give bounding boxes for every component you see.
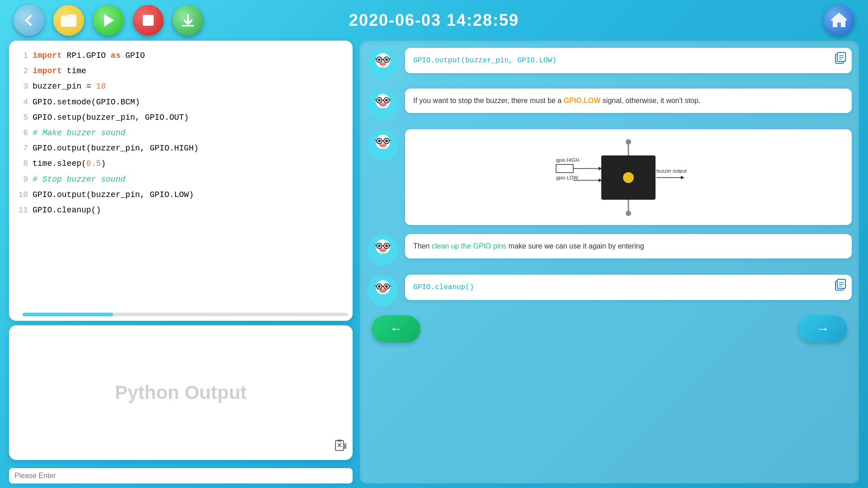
back-button[interactable] <box>14 5 44 36</box>
toolbar-left <box>14 5 203 36</box>
highlight-cleanup: clean up the GPIO pins <box>432 242 506 250</box>
nav-buttons: ← → <box>367 315 852 343</box>
code-line-3: 3 buzzer_pin = 18 <box>16 79 345 94</box>
main-content: 1 import RPi.GPIO as GPIO 2 import time … <box>0 41 868 488</box>
svg-rect-20 <box>837 52 845 61</box>
chat-message-3: gpio HIGH gpio LOW buzzer output <box>367 129 852 225</box>
svg-point-31 <box>378 99 381 102</box>
chat-bubble-1: GPIO.output(buzzer_pin, GPIO.LOW) <box>405 48 852 73</box>
chat-bubble-2: If you want to stop the buzzer, there mu… <box>405 89 852 113</box>
right-panel[interactable]: GPIO.output(buzzer_pin, GPIO.LOW) <box>360 41 859 483</box>
code-line-6: 6 # Make buzzer sound <box>16 125 345 141</box>
datetime-display: 2020-06-03 14:28:59 <box>349 11 519 30</box>
code-line-9: 9 # Stop buzzer sound <box>16 172 345 187</box>
output-panel: Python Output <box>9 325 353 460</box>
code-line-10: 10 GPIO.output(buzzer_pin, GPIO.LOW) <box>16 187 345 202</box>
svg-point-50 <box>623 172 634 183</box>
code-text-5: GPIO.cleanup() <box>413 283 474 291</box>
stop-button[interactable] <box>133 5 164 36</box>
svg-point-43 <box>385 140 388 142</box>
code-line-4: 4 GPIO.setmode(GPIO.BCM) <box>16 94 345 110</box>
svg-point-67 <box>378 244 381 247</box>
svg-rect-83 <box>837 279 845 288</box>
svg-point-15 <box>378 58 381 61</box>
code-line-1: 1 import RPi.GPIO as GPIO <box>16 48 345 63</box>
nav-back-arrow: ← <box>390 322 402 336</box>
code-line-5: 5 GPIO.setup(buzzer_pin, GPIO.OUT) <box>16 110 345 125</box>
scrollbar-thumb <box>23 313 113 316</box>
svg-point-44 <box>379 143 387 148</box>
svg-point-45 <box>375 149 391 161</box>
svg-point-34 <box>375 108 391 120</box>
svg-point-70 <box>375 253 391 266</box>
code-scrollbar[interactable] <box>23 313 348 316</box>
nav-back-button[interactable]: ← <box>372 315 420 343</box>
svg-marker-0 <box>104 14 114 27</box>
svg-point-79 <box>385 285 388 288</box>
toolbar: 2020-06-03 14:28:59 <box>0 0 868 41</box>
svg-rect-1 <box>143 15 154 26</box>
code-line-7: 7 GPIO.output(buzzer_pin, GPIO.HIGH) <box>16 141 345 156</box>
svg-point-80 <box>379 289 387 293</box>
svg-point-68 <box>385 244 388 247</box>
code-line-11: 11 GPIO.cleanup() <box>16 202 345 218</box>
svg-point-78 <box>378 285 381 288</box>
code-editor[interactable]: 1 import RPi.GPIO as GPIO 2 import time … <box>9 41 353 321</box>
download-button[interactable] <box>173 5 203 36</box>
code-text-1: GPIO.output(buzzer_pin, GPIO.LOW) <box>413 56 557 65</box>
chat-message-5: GPIO.cleanup() <box>367 275 852 306</box>
copy-icon-1[interactable] <box>835 52 847 69</box>
svg-point-18 <box>375 67 391 80</box>
svg-rect-4 <box>337 440 342 441</box>
chat-message-1: GPIO.output(buzzer_pin, GPIO.LOW) <box>367 48 852 80</box>
copy-icon-5[interactable] <box>835 278 847 296</box>
output-placeholder: Python Output <box>115 382 247 404</box>
folder-button[interactable] <box>53 5 84 36</box>
svg-point-32 <box>385 99 388 102</box>
code-line-8: 8 time.sleep(0.5) <box>16 156 345 171</box>
clear-icon[interactable] <box>334 439 347 455</box>
home-button[interactable] <box>824 5 854 36</box>
nav-next-arrow: → <box>816 322 829 336</box>
svg-point-69 <box>379 248 387 253</box>
chat-bubble-5: GPIO.cleanup() <box>405 275 852 300</box>
avatar-1 <box>367 48 399 80</box>
avatar-5 <box>367 275 399 306</box>
svg-point-42 <box>378 140 381 142</box>
chat-message-4: Then clean up the GPIO pins make sure we… <box>367 234 852 266</box>
svg-point-33 <box>379 103 387 107</box>
buzzer-diagram: gpio HIGH gpio LOW buzzer output <box>552 136 705 218</box>
svg-point-47 <box>626 139 631 145</box>
buzzer-output-label: buzzer output <box>656 168 687 174</box>
avatar-4 <box>367 234 399 266</box>
toolbar-right <box>824 5 854 36</box>
code-line-2: 2 import time <box>16 63 345 79</box>
avatar-3 <box>367 129 399 161</box>
highlight-gpio-low: GPIO.LOW <box>564 97 601 104</box>
left-panel: 1 import RPi.GPIO as GPIO 2 import time … <box>9 41 353 483</box>
input-row[interactable] <box>9 468 353 483</box>
avatar-2 <box>367 89 399 120</box>
svg-point-81 <box>375 294 391 306</box>
gpio-low-label: gpio LOW <box>556 175 579 180</box>
chat-message-2: If you want to stop the buzzer, there mu… <box>367 89 852 120</box>
svg-point-17 <box>379 62 387 66</box>
chat-bubble-diagram: gpio HIGH gpio LOW buzzer output <box>405 129 852 225</box>
console-input[interactable] <box>14 472 347 480</box>
gpio-high-label: gpio HIGH <box>556 157 579 163</box>
svg-point-16 <box>385 58 388 61</box>
play-button[interactable] <box>93 5 124 36</box>
svg-point-52 <box>626 211 631 216</box>
nav-next-button[interactable]: → <box>798 315 847 343</box>
chat-bubble-4: Then clean up the GPIO pins make sure we… <box>405 234 852 258</box>
